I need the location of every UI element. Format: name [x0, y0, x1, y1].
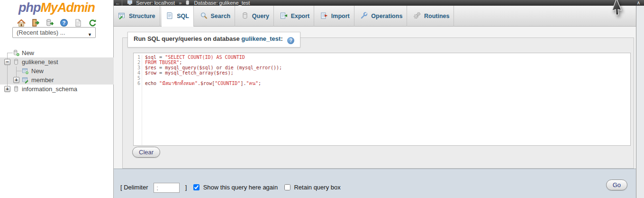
logo-myadmin: MyAdmin [40, 0, 95, 15]
database-icon [185, 0, 190, 5]
query-options-bar: [ Delimiter ] Show this query here again… [114, 169, 636, 198]
clear-button[interactable]: Clear [132, 147, 160, 158]
breadcrumb-server[interactable]: Server: localhost [136, 0, 175, 6]
tree-item-member[interactable]: + member [0, 75, 114, 85]
database-new-icon [13, 49, 20, 57]
breadcrumb-bar: ← Server: localhost » Database: gulikene… [114, 0, 644, 6]
sql-editor[interactable]: 123456 $sql = "SELECT COUNT(ID) AS COUNT… [133, 53, 631, 146]
tree-item-label: gulikene_test [22, 58, 58, 66]
tab-sql[interactable]: SQL [162, 6, 194, 27]
tab-routines[interactable]: Routines [409, 6, 454, 27]
svg-text:?: ? [62, 20, 65, 26]
legend-database-link[interactable]: gulikene_test [241, 35, 281, 42]
bracket-close: ] [185, 184, 187, 191]
tab-label: Import [331, 13, 350, 19]
sql-window-icon[interactable] [45, 19, 54, 27]
tree-item-new-database[interactable]: New [0, 48, 114, 57]
tab-operations[interactable]: Operations [356, 6, 407, 27]
home-icon[interactable] [17, 19, 26, 27]
tab-label: Search [211, 13, 231, 19]
reload-icon[interactable] [88, 19, 97, 27]
expand-expander[interactable]: + [4, 86, 10, 92]
collapse-arrow-icon[interactable]: ∧ [637, 0, 640, 6]
retain-query-checkbox[interactable] [284, 184, 290, 190]
table-new-icon [22, 67, 29, 75]
show-query-label: Show this query here again [203, 184, 278, 191]
tree-item-label: New [31, 67, 44, 75]
dropdown-caret-icon: ▼ [88, 30, 92, 40]
tab-label: Export [291, 13, 310, 19]
show-query-checkbox[interactable] [193, 184, 200, 190]
retain-query-label: Retain query box [294, 184, 340, 191]
tree-item-label: member [31, 76, 54, 84]
import-icon [320, 12, 328, 19]
documentation-icon[interactable]: ? [60, 19, 68, 27]
routines-icon [413, 12, 421, 19]
search-icon [200, 12, 208, 19]
help-icon[interactable]: ? [287, 37, 294, 44]
database-tree: New − gulikene_test New + member + [0, 48, 114, 94]
sql-query-fieldset: Run SQL query/queries on database gulike… [122, 38, 634, 169]
tree-item-new-table[interactable]: New [0, 66, 114, 75]
logout-icon[interactable] [31, 19, 40, 27]
tab-import[interactable]: Import [316, 6, 354, 27]
tab-bar: Structure SQL Search Query Export Import… [114, 6, 636, 27]
database-icon [13, 58, 20, 66]
breadcrumb-database[interactable]: Database: gulikene_test [194, 0, 250, 6]
tab-label: Structure [129, 13, 155, 19]
tab-label: SQL [177, 13, 189, 19]
sidebar-nav-icons: ? [0, 18, 113, 28]
sql-icon [166, 12, 173, 19]
structure-icon [118, 12, 126, 19]
sidebar: phpMyAdmin ? (Recent tables) ... ▼ [0, 0, 114, 198]
tree-item-label: New [22, 49, 34, 57]
content-panel: Structure SQL Search Query Export Import… [114, 6, 636, 198]
database-icon [13, 85, 20, 93]
delimiter-input[interactable] [154, 183, 180, 193]
tab-export[interactable]: Export [276, 6, 315, 27]
table-icon [22, 76, 29, 84]
logo-php: php [18, 0, 40, 15]
editor-code[interactable]: $sql = "SELECT COUNT(ID) AS COUNTIDFROM … [142, 55, 630, 145]
editor-gutter: 123456 [134, 55, 142, 145]
export-icon [280, 12, 288, 19]
main-area: ← Server: localhost » Database: gulikene… [114, 0, 644, 198]
tab-label: Routines [424, 13, 449, 19]
tab-label: Query [252, 13, 269, 19]
delimiter-label: [ Delimiter [120, 184, 148, 191]
expand-expander[interactable]: + [13, 77, 19, 83]
tab-query[interactable]: Query [237, 6, 274, 27]
operations-icon [360, 12, 368, 19]
tab-label: Operations [371, 13, 402, 19]
query-icon [241, 12, 249, 19]
tree-item-label: information_schema [22, 85, 77, 93]
phpmyadmin-logo: phpMyAdmin [0, 0, 113, 15]
recent-tables-select[interactable]: (Recent tables) ... ▼ [12, 27, 96, 38]
go-button[interactable]: Go [606, 179, 627, 190]
breadcrumb-separator: » [179, 0, 181, 6]
recent-tables-value: (Recent tables) ... [17, 29, 65, 36]
sql-query-legend: Run SQL query/queries on database gulike… [127, 32, 300, 47]
tree-item-gulikene-test[interactable]: − gulikene_test [0, 57, 114, 66]
back-arrow[interactable]: ← [114, 0, 122, 6]
legend-text: Run SQL query/queries on database [134, 35, 241, 42]
server-icon [127, 0, 133, 5]
mysql-docs-icon[interactable] [74, 19, 82, 27]
tree-item-information-schema[interactable]: + information_schema [0, 85, 114, 94]
tab-search[interactable]: Search [196, 6, 236, 27]
tab-structure[interactable]: Structure [114, 6, 160, 27]
collapse-expander[interactable]: − [4, 59, 10, 65]
